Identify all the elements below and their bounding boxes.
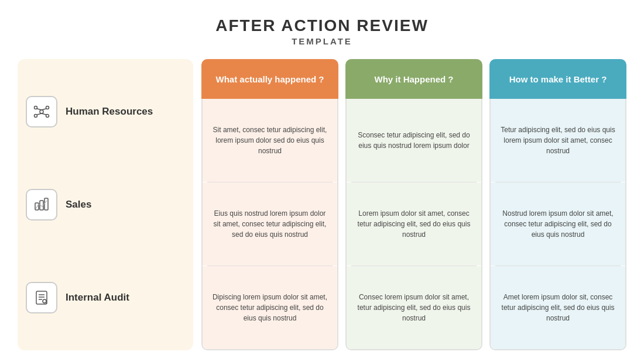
svg-point-2: [46, 106, 49, 109]
row-sales: Sales: [26, 183, 185, 226]
svg-line-5: [37, 108, 42, 109]
svg-rect-11: [44, 198, 48, 210]
svg-point-4: [46, 114, 49, 117]
main-title: AFTER ACTION REVIEW: [215, 16, 429, 35]
col-how-better-header: How to make it Better ?: [489, 59, 626, 99]
svg-point-0: [40, 110, 43, 113]
col-why-happened-cell-1: Lorem ipsum dolor sit amet, consec tetur…: [347, 182, 481, 266]
left-panel: Human Resources Sales: [18, 59, 193, 350]
col-what-happened: What actually happened ? Sit amet, conse…: [201, 59, 338, 350]
col-how-better-cell-0: Tetur adipiscing elit, sed do eius quis …: [491, 99, 625, 182]
title-block: AFTER ACTION REVIEW TEMPLATE: [215, 16, 429, 46]
col-what-happened-cell-2: Dipiscing lorem ipsum dolor sit amet, co…: [203, 266, 337, 349]
content-area: Human Resources Sales: [18, 59, 626, 350]
sub-title: TEMPLATE: [215, 36, 429, 46]
svg-line-8: [42, 113, 46, 115]
col-what-happened-cell-1: Eius quis nostrud lorem ipsum dolor sit …: [203, 182, 337, 266]
svg-point-3: [35, 114, 37, 117]
sales-icon: [33, 196, 50, 213]
col-how-better-cell-2: Amet lorem ipsum dolor sit, consec tetur…: [491, 266, 625, 349]
col-what-happened-cell-0: Sit amet, consec tetur adipiscing elit, …: [203, 99, 337, 182]
human-resources-icon-box: [26, 96, 57, 127]
col-why-happened: Why it Happened ? Sconsec tetur adipisci…: [345, 59, 482, 350]
svg-point-16: [43, 299, 46, 303]
col-why-happened-header: Why it Happened ?: [345, 59, 482, 99]
col-how-better-cell-1: Nostrud lorem ipsum dolor sit amet, cons…: [491, 182, 625, 266]
svg-point-1: [35, 106, 37, 109]
col-how-better-body: Tetur adipiscing elit, sed do eius quis …: [489, 99, 626, 350]
human-resources-label: Human Resources: [66, 106, 153, 118]
sales-icon-box: [26, 189, 57, 220]
audit-icon: [33, 289, 50, 306]
sales-label: Sales: [66, 199, 91, 211]
col-how-better: How to make it Better ? Tetur adipiscing…: [489, 59, 626, 350]
row-human-resources: Human Resources: [26, 90, 185, 133]
svg-line-6: [42, 108, 46, 109]
col-what-happened-body: Sit amet, consec tetur adipiscing elit, …: [201, 99, 338, 350]
network-icon: [33, 103, 50, 120]
col-why-happened-body: Sconsec tetur adipiscing elit, sed do ei…: [345, 99, 482, 350]
svg-rect-12: [36, 291, 47, 304]
col-why-happened-cell-0: Sconsec tetur adipiscing elit, sed do ei…: [347, 99, 481, 182]
col-why-happened-cell-2: Consec lorem ipsum dolor sit amet, tetur…: [347, 266, 481, 349]
internal-audit-label: Internal Audit: [66, 292, 129, 304]
col-what-happened-header: What actually happened ?: [201, 59, 338, 99]
row-internal-audit: Internal Audit: [26, 276, 185, 319]
columns-area: What actually happened ? Sit amet, conse…: [201, 59, 626, 350]
internal-audit-icon-box: [26, 282, 57, 313]
svg-line-7: [37, 113, 42, 115]
page: AFTER ACTION REVIEW TEMPLATE: [0, 0, 644, 362]
